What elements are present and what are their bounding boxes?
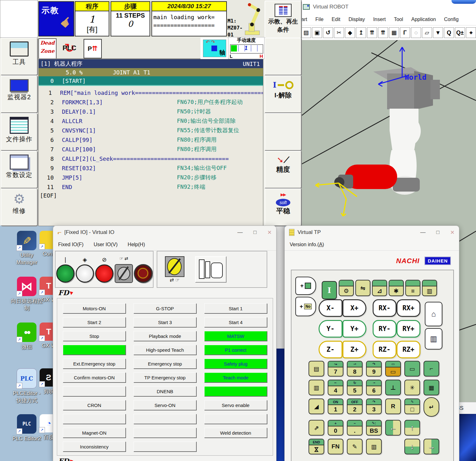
minimize-button[interactable]: —	[420, 229, 425, 236]
program-line[interactable]: 9 RESET[032] FN34;输出信号OFF	[39, 163, 263, 173]
toolbar-icon[interactable]: ◌	[411, 27, 421, 38]
tp-key[interactable]: ▥	[309, 380, 324, 395]
toolbar-icon[interactable]: ↥	[356, 27, 366, 38]
jog-key[interactable]: Y+	[342, 320, 366, 338]
green-button[interactable]	[56, 264, 74, 283]
io-signal-button[interactable]: Teach mode	[204, 372, 267, 382]
io-signal-button[interactable]: MATSW	[204, 331, 267, 341]
motors-on-switch[interactable]: ❘	[56, 256, 75, 283]
io-signal-button[interactable]	[134, 414, 196, 424]
tp-key[interactable]: ▥	[366, 439, 382, 454]
interlock-release-button[interactable]: I I-解除	[265, 75, 302, 113]
screen-switch-key[interactable]: +	[295, 277, 316, 295]
tp-key[interactable]: ↝ 7	[328, 361, 343, 377]
toolbar-icon[interactable]: ⇈	[367, 27, 377, 38]
tp-key[interactable]: ▭	[404, 361, 420, 377]
jog-key[interactable]: X+	[342, 299, 366, 317]
io-signal-button[interactable]: Ext.Emergency stop	[63, 359, 126, 369]
tp-key[interactable]: ✎: BS	[366, 420, 382, 436]
teach-playback-condition-button[interactable]: 示教、再生 条件	[265, 1, 302, 38]
teach-selector-switch[interactable]: ⇄ ☞	[162, 256, 188, 283]
tp-key[interactable]: ╼ 6	[366, 380, 382, 395]
toolbar-icon[interactable]: ▨	[301, 27, 311, 38]
version-info-menu[interactable]: Version info.(A)	[290, 242, 324, 247]
io-signal-button[interactable]	[134, 442, 196, 452]
fixed-io-titlebar[interactable]: ⌐ [Fixed IO] - Virtual IO — □ ✕	[53, 226, 276, 239]
blank-function-button[interactable]	[265, 113, 302, 151]
io-signal-button[interactable]: Servo enable	[204, 400, 267, 410]
io-signal-button[interactable]: CRON	[63, 400, 126, 410]
program-line[interactable]: 8 CALLP[2](L_Seek=======================…	[39, 154, 263, 163]
menu-item[interactable]: Help(H)	[128, 242, 145, 247]
io-signal-button[interactable]	[134, 428, 196, 438]
io-signal-button[interactable]	[63, 386, 126, 396]
tp-key[interactable]: ✎	[347, 439, 363, 454]
jog-key[interactable]: RZ+	[397, 341, 420, 358]
toolbar-icon[interactable]: Q±	[455, 27, 465, 38]
program-line[interactable]: 3 DELAY[0.1] FN50;计时器	[39, 107, 263, 116]
toolbar-icon[interactable]: ▼	[433, 27, 443, 38]
jog-key[interactable]: RX+	[397, 299, 420, 317]
tp-function-key[interactable]: ⇋	[355, 280, 370, 296]
toolbar-icon[interactable]: ↺	[323, 27, 333, 38]
menu-item[interactable]: Display	[348, 17, 365, 22]
jog-key[interactable]: RY+	[397, 320, 420, 338]
program-line[interactable]: 6 CALLP[99] FN80;程序调用	[39, 135, 263, 144]
menu-item[interactable]: Insert	[373, 17, 386, 22]
close-button[interactable]: ✕	[450, 229, 455, 236]
tp-key[interactable]: ▦	[424, 380, 439, 395]
io-signal-button[interactable]: Playback mode	[134, 331, 196, 341]
io-signal-button[interactable]	[204, 414, 267, 424]
menu-item[interactable]: User IO(V)	[94, 242, 118, 247]
tp-key[interactable]: END ⋈	[309, 439, 324, 454]
io-signal-button[interactable]: Magnet-ON	[63, 428, 126, 438]
sidebar-button[interactable]: 文件操作	[1, 113, 38, 151]
tp-key[interactable]: ✎ □	[404, 399, 420, 414]
tp-key[interactable]: ◢	[309, 399, 324, 414]
program-up-button[interactable]: P⇈	[84, 39, 102, 58]
menu-item[interactable]: Application	[411, 17, 436, 22]
tp-function-key[interactable]: ✱	[389, 280, 404, 296]
white-button[interactable]	[76, 264, 94, 283]
page-switch-key[interactable]: +No	[295, 297, 316, 316]
tp-key[interactable]: ↓	[404, 439, 420, 454]
jog-key[interactable]: Z-	[319, 341, 342, 358]
tp-key[interactable]: →	[424, 439, 439, 454]
tp-key[interactable]: ↵	[424, 397, 439, 417]
tp-key[interactable]: ▭ ▭	[385, 361, 401, 377]
toolbar-icon[interactable]: ✂	[334, 27, 344, 38]
screen-key[interactable]: ▥	[425, 328, 442, 350]
tp-function-key[interactable]: ⚙	[339, 280, 354, 296]
jog-key[interactable]: X-	[319, 299, 342, 317]
sidebar-button[interactable]: 维修	[1, 188, 38, 226]
tp-function-key[interactable]: ▥	[422, 280, 437, 296]
toolbar-icon[interactable]: ⇈	[378, 27, 388, 38]
maximize-button[interactable]: □	[253, 229, 256, 236]
tp-key[interactable]: − .	[347, 420, 363, 436]
io-signal-button[interactable]: Weld detection	[204, 428, 267, 438]
io-signal-button[interactable]: Motors-ON	[63, 303, 126, 313]
program-line[interactable]: 1 REM["main loading work================…	[39, 88, 263, 97]
tp-key[interactable]: ↑	[404, 420, 420, 436]
io-signal-button[interactable]: TP Emergency stop	[134, 372, 196, 382]
tp-key[interactable]: ↻ 5	[347, 380, 363, 395]
tp-key[interactable]: ↷ 9	[366, 361, 382, 377]
red-button[interactable]	[95, 264, 113, 283]
io-signal-button[interactable]: P1 correct	[204, 345, 267, 355]
tp-key[interactable]: ON 1	[328, 399, 343, 414]
estop-button[interactable]	[134, 264, 153, 283]
program-line[interactable]: 10 JMP[5] FN20;步骤转移	[39, 173, 263, 182]
jog-key[interactable]: RZ-	[373, 341, 397, 358]
toolbar-icon[interactable]: Γ	[400, 27, 410, 38]
tp-key[interactable]: ✳	[404, 380, 420, 395]
menu-item[interactable]: Edit	[332, 17, 341, 22]
program-line[interactable]: 0 [START]	[39, 76, 263, 86]
tp-key[interactable]: ⇀ 8	[347, 361, 363, 377]
sidebar-button[interactable]: 工具	[1, 38, 38, 75]
tp-function-key[interactable]: ≡	[405, 280, 420, 296]
tp-key[interactable]: FN	[328, 439, 343, 454]
program-line[interactable]: 2 FORKMCR[1,3] FN670;用户任务程序起动	[39, 97, 263, 107]
mode-selector-switch[interactable]: ☞ ⇄	[114, 256, 134, 283]
menu-item[interactable]: Tool	[394, 17, 403, 22]
menu-item[interactable]: File	[315, 17, 324, 22]
